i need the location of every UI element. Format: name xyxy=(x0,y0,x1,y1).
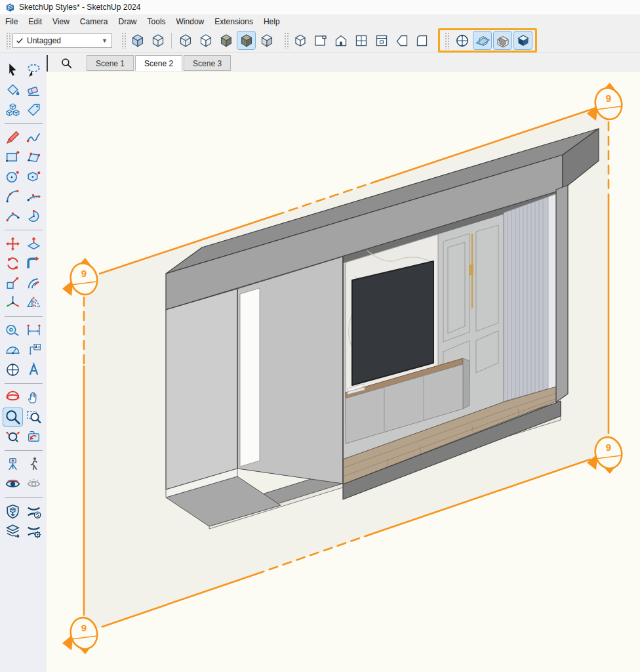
chevron-down-icon: ▼ xyxy=(100,37,109,44)
tool-paint-bucket[interactable] xyxy=(3,81,23,100)
tool-text[interactable] xyxy=(24,341,44,360)
menu-item-view[interactable]: View xyxy=(47,16,75,28)
tool-protractor[interactable] xyxy=(3,341,23,360)
monochrome-icon xyxy=(259,33,275,49)
scene-tab-2[interactable]: Scene 2 xyxy=(135,55,182,71)
menu-item-extensions[interactable]: Extensions xyxy=(209,16,258,28)
tool-tape-measure[interactable] xyxy=(3,321,23,340)
tool-pan[interactable] xyxy=(24,388,44,407)
tool-rotate[interactable] xyxy=(3,254,23,273)
tool-zoom-window[interactable] xyxy=(24,408,44,427)
tv-screen[interactable] xyxy=(352,261,433,385)
toolbar-button-display-section-planes[interactable] xyxy=(473,31,492,50)
tag-filter-dropdown[interactable]: Untagged ▼ xyxy=(12,33,112,48)
toolbar-grip[interactable] xyxy=(6,32,10,49)
toolbar-button-display-section-fill[interactable] xyxy=(513,31,532,50)
scene-tab-3[interactable]: Scene 3 xyxy=(184,55,231,71)
scene-tab-1[interactable]: Scene 1 xyxy=(87,55,134,71)
tool-components[interactable] xyxy=(3,100,23,119)
door-opening[interactable] xyxy=(240,288,260,467)
toolbar-button-section-plane[interactable] xyxy=(452,31,471,50)
tool-follow-me[interactable] xyxy=(24,254,44,273)
tool-previous[interactable] xyxy=(24,427,44,446)
tool-axes[interactable] xyxy=(3,293,23,312)
toolbar-button-back-edges[interactable] xyxy=(176,31,195,50)
menu-item-tools[interactable]: Tools xyxy=(142,16,171,28)
three-point-arc-icon xyxy=(5,208,21,224)
drawing-canvas[interactable]: 9999 xyxy=(0,0,640,672)
toolbar-button-view-right[interactable] xyxy=(351,31,370,50)
tool-eraser[interactable] xyxy=(24,81,44,100)
tool-layers-export[interactable] xyxy=(3,522,23,541)
tool-zoom[interactable] xyxy=(3,408,23,427)
tool-scale[interactable] xyxy=(3,274,23,293)
tool-rectangle[interactable] xyxy=(3,148,23,167)
tool-warehouse[interactable] xyxy=(3,502,23,521)
tool-visibility[interactable] xyxy=(24,474,44,494)
tool-section-plane-tool[interactable] xyxy=(3,360,23,379)
left-wall-front[interactable] xyxy=(166,289,237,490)
tool-offset[interactable] xyxy=(24,274,44,293)
toolbar-button-view-iso[interactable] xyxy=(290,31,310,50)
scene-tab-bar: Scene 1Scene 2Scene 3 xyxy=(0,53,640,72)
toolbar-button-view-back[interactable] xyxy=(372,31,391,50)
tool-dimensions[interactable] xyxy=(24,321,44,340)
right-wall[interactable] xyxy=(556,185,568,402)
section-plane-symbol: 9 xyxy=(81,268,87,279)
tool-two-point-arc[interactable] xyxy=(24,187,44,206)
toolbar-button-hidden-line[interactable] xyxy=(196,31,215,50)
toolbar-grip[interactable] xyxy=(445,32,449,49)
menu-item-draw[interactable]: Draw xyxy=(113,16,142,28)
tool-polygon[interactable] xyxy=(24,167,44,186)
toolbar-grip[interactable] xyxy=(284,32,289,49)
search-icon xyxy=(60,57,73,70)
menu-item-file[interactable]: File xyxy=(0,16,23,28)
toolbar-button-shaded-with-textures[interactable] xyxy=(237,31,256,50)
section-plane-symbol: 9 xyxy=(81,622,87,633)
menu-item-help[interactable]: Help xyxy=(258,16,285,28)
menu-item-camera[interactable]: Camera xyxy=(75,16,113,28)
toolbar-button-monochrome[interactable] xyxy=(257,31,276,50)
toolbar-button-view-left[interactable] xyxy=(392,31,411,50)
tool-freehand[interactable] xyxy=(24,128,44,147)
flip-icon xyxy=(26,295,42,311)
toolbar-button-view-bottom[interactable] xyxy=(412,31,431,50)
tool-look-around[interactable] xyxy=(3,474,23,494)
tool-3d-text[interactable] xyxy=(24,360,44,379)
tool-three-point-arc[interactable] xyxy=(3,207,23,226)
tool-rotated-rectangle[interactable] xyxy=(24,148,44,167)
search-scenes-button[interactable] xyxy=(58,55,75,71)
toolbar-button-view-front[interactable] xyxy=(331,31,350,50)
tool-zoom-extents[interactable] xyxy=(3,427,23,446)
toolbar-button-view-top[interactable] xyxy=(311,31,330,50)
protractor-icon xyxy=(5,342,21,358)
tool-flip[interactable] xyxy=(24,293,44,312)
tool-ext-gear[interactable] xyxy=(24,522,44,541)
toolbar-button-display-section-cuts[interactable] xyxy=(493,31,512,50)
toolbar-button-wireframe[interactable] xyxy=(148,31,167,50)
tool-pie[interactable] xyxy=(24,207,44,226)
menu-item-window[interactable]: Window xyxy=(171,16,210,28)
toolbar-button-shaded[interactable] xyxy=(216,31,235,50)
tool-select[interactable] xyxy=(3,61,23,80)
tool-orbit[interactable] xyxy=(3,388,23,407)
tool-tag[interactable] xyxy=(24,100,44,119)
tool-lasso[interactable] xyxy=(24,61,44,80)
main-toolbar: Untagged ▼ xyxy=(0,28,640,53)
tool-line[interactable] xyxy=(3,128,23,147)
toolbar-grip[interactable] xyxy=(121,32,126,49)
tag-icon xyxy=(26,102,42,118)
tool-circle[interactable] xyxy=(3,167,23,186)
toolbar-button-xray[interactable] xyxy=(128,31,147,50)
section-plane-corner-marker-top-right[interactable]: 9 xyxy=(587,83,625,122)
tool-move[interactable] xyxy=(3,234,23,253)
zoom-icon xyxy=(5,409,21,425)
tool-ext-sync[interactable] xyxy=(24,502,44,521)
tool-position-camera[interactable] xyxy=(3,455,23,474)
menu-item-edit[interactable]: Edit xyxy=(23,16,47,28)
tool-arc[interactable] xyxy=(3,187,23,206)
tool-walk[interactable] xyxy=(24,455,44,474)
shaded-with-textures-icon xyxy=(239,33,254,49)
tool-push-pull[interactable] xyxy=(24,234,44,253)
palette-separator xyxy=(5,230,43,230)
